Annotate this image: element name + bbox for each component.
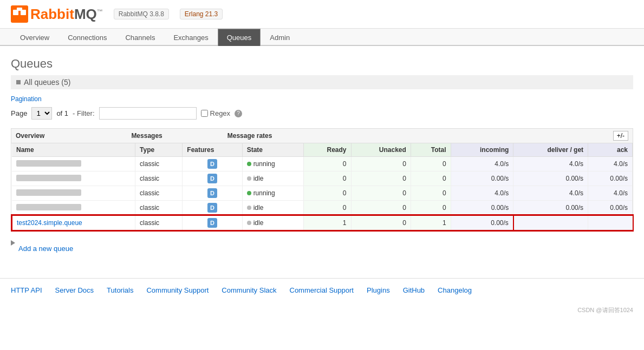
footer-link-http-api[interactable]: HTTP API [11, 286, 42, 294]
cell-features[interactable]: D [183, 171, 242, 186]
col-unacked: Unacked [351, 143, 411, 157]
page-title: Queues [11, 57, 633, 71]
cell-ack: 4.0/s [588, 157, 633, 171]
cell-ready: 0 [304, 186, 351, 201]
cell-incoming: 4.0/s [451, 157, 513, 171]
cell-total: 0 [411, 201, 451, 216]
cell-ack: 4.0/s [588, 186, 633, 201]
section-label: All queues (5) [24, 78, 70, 87]
cell-incoming: 0.00/s [451, 171, 513, 186]
add-queue[interactable]: Add a new queue [11, 240, 633, 256]
footer-link-plugins[interactable]: Plugins [367, 286, 390, 294]
cell-type: classic [135, 171, 183, 186]
cell-name[interactable] [12, 171, 135, 186]
nav-queues[interactable]: Queues [218, 29, 261, 46]
nav-admin[interactable]: Admin [261, 29, 299, 46]
rabbitmq-logo-icon [11, 5, 28, 23]
section-toggle[interactable] [16, 80, 21, 84]
footer-link-tutorials[interactable]: Tutorials [107, 286, 133, 294]
cell-ready: 0 [304, 201, 351, 216]
nav: Overview Connections Channels Exchanges … [0, 29, 644, 46]
nav-exchanges[interactable]: Exchanges [164, 29, 217, 46]
cell-deliver: 4.0/s [513, 186, 588, 201]
col-ready: Ready [304, 143, 351, 157]
cell-incoming: 4.0/s [451, 186, 513, 201]
pagination-label[interactable]: Pagination [11, 95, 633, 103]
col-group-labels: Overview Messages Message rates [16, 132, 272, 140]
cell-features[interactable]: D [183, 201, 242, 216]
cell-state: idle [242, 171, 304, 186]
cell-deliver: 0.00/s [513, 171, 588, 186]
section-header: All queues (5) [11, 75, 633, 89]
cell-name[interactable] [12, 201, 135, 216]
table-row[interactable]: classicDidle0000.00/s0.00/s0.00/s [12, 201, 633, 216]
cell-incoming: 0.00/s [451, 201, 513, 216]
cell-features[interactable]: D [183, 157, 242, 171]
table-row[interactable]: classicDrunning0004.0/s4.0/s4.0/s [12, 186, 633, 201]
cell-total: 1 [411, 215, 451, 230]
col-group-overview: Overview [16, 132, 44, 140]
footer-link-changelog[interactable]: Changelog [438, 286, 472, 294]
watermark: CSDN @请回答1024 [0, 302, 644, 319]
cell-state: idle [242, 215, 304, 230]
footer: HTTP APIServer DocsTutorialsCommunity Su… [0, 278, 644, 302]
filter-input[interactable] [99, 107, 197, 120]
cell-state: running [242, 186, 304, 201]
plus-minus-button[interactable]: +/- [613, 131, 628, 141]
cell-unacked: 0 [351, 157, 411, 171]
cell-features[interactable]: D [183, 215, 242, 230]
footer-link-community-slack[interactable]: Community Slack [222, 286, 276, 294]
col-deliver: deliver / get [513, 143, 588, 157]
footer-link-community-support[interactable]: Community Support [146, 286, 209, 294]
cell-type: classic [135, 201, 183, 216]
cell-unacked: 0 [351, 186, 411, 201]
logo[interactable]: RabbitMQ™ [11, 5, 103, 23]
cell-ready: 0 [304, 171, 351, 186]
pagination-row: Page 1 of 1 - Filter: Regex ? [11, 107, 633, 120]
table-row[interactable]: classicDidle0000.00/s0.00/s0.00/s [12, 171, 633, 186]
cell-incoming: 0.00/s [451, 215, 513, 230]
col-type: Type [135, 143, 183, 157]
cell-ack [588, 215, 633, 230]
logo-text: RabbitMQ™ [30, 6, 103, 23]
cell-deliver [513, 215, 588, 230]
cell-total: 0 [411, 186, 451, 201]
nav-overview[interactable]: Overview [11, 29, 58, 46]
page-label: Page [11, 109, 27, 117]
of-label: of 1 [56, 109, 68, 117]
col-state: State [242, 143, 304, 157]
cell-features[interactable]: D [183, 186, 242, 201]
cell-type: classic [135, 215, 183, 230]
col-group-rates: Message rates [227, 132, 272, 140]
regex-label[interactable]: Regex [201, 109, 231, 117]
regex-checkbox[interactable] [201, 110, 208, 117]
cell-deliver: 0.00/s [513, 201, 588, 216]
page-select[interactable]: 1 [31, 107, 52, 120]
version-badge[interactable]: RabbitMQ 3.8.8 [114, 9, 169, 19]
col-group-messages: Messages [131, 132, 162, 140]
cell-ready: 0 [304, 157, 351, 171]
cell-unacked: 0 [351, 171, 411, 186]
cell-type: classic [135, 157, 183, 171]
footer-link-github[interactable]: GitHub [403, 286, 425, 294]
nav-connections[interactable]: Connections [58, 29, 116, 46]
footer-link-commercial-support[interactable]: Commercial Support [290, 286, 354, 294]
cell-deliver: 4.0/s [513, 157, 588, 171]
cell-ack: 0.00/s [588, 201, 633, 216]
erlang-badge[interactable]: Erlang 21.3 [180, 9, 223, 19]
cell-name[interactable]: test2024.simple.queue [12, 215, 135, 230]
cell-type: classic [135, 186, 183, 201]
logo-tm: ™ [97, 8, 103, 15]
table-row[interactable]: test2024.simple.queueclassicDidle1010.00… [12, 215, 633, 230]
nav-channels[interactable]: Channels [116, 29, 164, 46]
cell-name[interactable] [12, 157, 135, 171]
col-incoming: incoming [451, 143, 513, 157]
filter-label: - Filter: [73, 109, 94, 117]
table-row[interactable]: classicDrunning0004.0/s4.0/s4.0/s [12, 157, 633, 171]
main-content: Queues All queues (5) Pagination Page 1 … [0, 46, 644, 278]
footer-link-server-docs[interactable]: Server Docs [55, 286, 94, 294]
table-section-header: Overview Messages Message rates +/- [11, 129, 633, 143]
cell-state: idle [242, 201, 304, 216]
cell-name[interactable] [12, 186, 135, 201]
help-icon[interactable]: ? [235, 110, 242, 117]
